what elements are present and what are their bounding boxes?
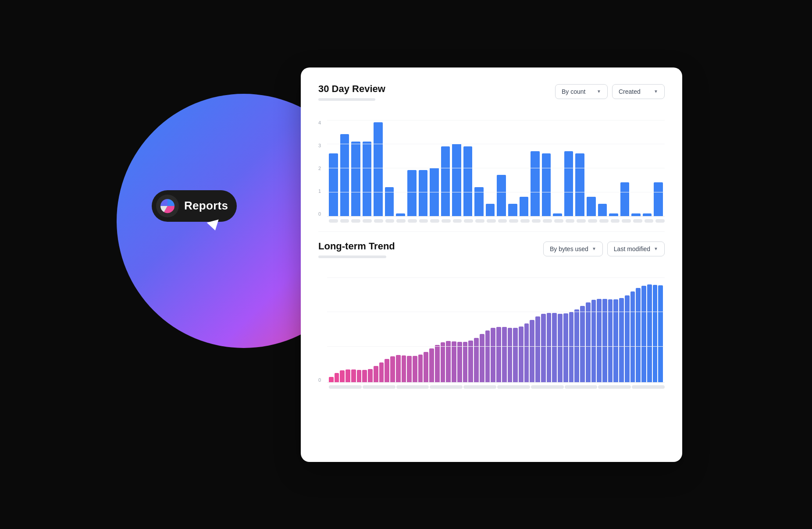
x-label-30day-1 [340, 219, 349, 223]
x-label-30day-8 [419, 219, 428, 223]
longterm-grid-low [327, 346, 665, 347]
y-label-4: 4 [318, 120, 327, 125]
x-label-30day-9 [430, 219, 439, 223]
section-longterm-subtitle-bar [318, 256, 386, 258]
grid-4 [327, 120, 665, 121]
30day-chart-inner: 0 1 2 3 4 [318, 111, 665, 217]
bar-longterm-28 [485, 330, 490, 382]
bar-longterm-15 [413, 356, 417, 382]
bytes-used-dropdown[interactable]: By bytes used ▼ [543, 241, 603, 256]
bar-longterm-27 [480, 334, 484, 382]
bar-30day-24 [598, 204, 607, 216]
bar-30day-20 [553, 213, 562, 216]
bar-30day-27 [631, 213, 641, 216]
bar-longterm-3 [345, 369, 350, 382]
bar-longterm-41 [558, 314, 563, 382]
y-label-0-trend: 0 [318, 377, 327, 383]
section-30day-dropdowns: By count ▼ Created ▼ [555, 84, 665, 99]
x-label-30day-0 [329, 219, 338, 223]
bar-longterm-42 [563, 313, 568, 382]
longterm-grid-top [327, 277, 665, 278]
created-dropdown[interactable]: Created ▼ [612, 84, 665, 99]
section-longterm-title-group: Long-term Trend [318, 241, 395, 265]
longterm-bars-container [327, 277, 665, 383]
bar-longterm-23 [457, 342, 462, 382]
bar-longterm-4 [351, 369, 356, 382]
x-label-30day-23 [588, 219, 597, 223]
bar-longterm-7 [368, 369, 373, 382]
bar-longterm-43 [569, 312, 574, 382]
y-label-3: 3 [318, 143, 327, 148]
x-label-30day-16 [509, 219, 518, 223]
x-label-30day-7 [408, 219, 417, 223]
x-axis-30day [318, 219, 665, 223]
pie-chart-icon [160, 198, 175, 214]
x-label-30day-14 [487, 219, 496, 223]
bar-longterm-24 [463, 342, 468, 382]
x-label-longterm-0 [329, 385, 362, 389]
x-label-30day-15 [498, 219, 507, 223]
bar-longterm-5 [357, 370, 362, 382]
created-arrow: ▼ [654, 89, 658, 94]
y-label-1: 1 [318, 188, 327, 194]
bar-longterm-0 [329, 377, 334, 382]
bar-30day-17 [520, 197, 529, 216]
x-label-30day-6 [396, 219, 406, 223]
y-label-0: 0 [318, 211, 327, 217]
bar-30day-5 [385, 187, 394, 216]
section-30day-subtitle-bar [318, 98, 375, 101]
reports-badge: Reports [152, 190, 237, 222]
x-label-longterm-4 [463, 385, 496, 389]
bar-longterm-12 [396, 355, 401, 382]
longterm-chart-inner: 0 [318, 269, 665, 383]
bytes-used-label: By bytes used [550, 245, 588, 252]
bar-30day-16 [508, 204, 517, 216]
bar-longterm-37 [535, 316, 540, 382]
bar-30day-12 [463, 146, 473, 216]
by-count-label: By count [562, 88, 585, 95]
x-label-longterm-3 [430, 385, 463, 389]
bar-30day-15 [497, 175, 506, 216]
bar-30day-23 [587, 197, 596, 216]
last-modified-dropdown[interactable]: Last modified ▼ [607, 241, 665, 256]
bar-longterm-2 [340, 370, 345, 382]
bar-30day-13 [474, 187, 484, 216]
bar-30day-14 [486, 204, 495, 216]
bar-longterm-55 [636, 288, 641, 382]
by-count-dropdown[interactable]: By count ▼ [555, 84, 608, 99]
x-label-30day-25 [611, 219, 620, 223]
reports-label: Reports [184, 199, 228, 213]
bar-longterm-19 [435, 345, 440, 382]
bar-30day-22 [575, 153, 584, 216]
bar-longterm-20 [441, 342, 445, 382]
bar-longterm-59 [658, 285, 663, 382]
bar-longterm-9 [379, 362, 384, 382]
x-label-30day-20 [554, 219, 563, 223]
bar-longterm-56 [641, 286, 646, 382]
x-label-30day-28 [645, 219, 654, 223]
bar-longterm-38 [541, 314, 546, 382]
longterm-y-axis: 0 [318, 277, 327, 383]
scene: Reports 30 Day Review By count ▼ Created [143, 46, 669, 484]
x-label-longterm-1 [363, 385, 395, 389]
x-label-30day-2 [351, 219, 360, 223]
grid-1 [327, 192, 665, 192]
bar-longterm-46 [586, 302, 591, 382]
created-label: Created [619, 88, 641, 95]
x-label-30day-19 [543, 219, 552, 223]
x-label-30day-4 [374, 219, 383, 223]
bar-longterm-29 [491, 328, 495, 382]
x-label-30day-29 [655, 219, 665, 223]
x-label-30day-22 [577, 219, 586, 223]
x-label-30day-27 [633, 219, 642, 223]
bar-longterm-16 [418, 355, 423, 382]
section-30day-header: 30 Day Review By count ▼ Created ▼ [318, 83, 665, 108]
bar-longterm-8 [374, 366, 378, 382]
bar-longterm-54 [630, 291, 635, 382]
bar-30day-0 [329, 153, 338, 216]
reports-icon-circle [156, 195, 179, 217]
bar-longterm-18 [429, 348, 434, 382]
x-label-30day-5 [385, 219, 395, 223]
section-30day-title: 30 Day Review [318, 83, 385, 95]
bar-longterm-34 [519, 327, 524, 382]
